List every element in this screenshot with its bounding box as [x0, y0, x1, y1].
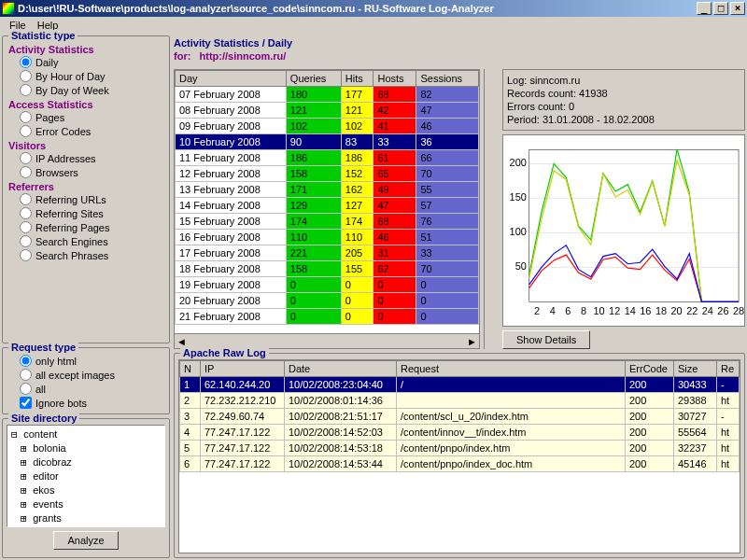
radio-engines[interactable]: Search Engines [7, 234, 165, 248]
tree-item[interactable]: events [9, 497, 162, 511]
radio-daily[interactable]: Daily [7, 55, 165, 69]
minimize-button[interactable]: _ [697, 2, 712, 15]
analyze-button[interactable]: Analyze [53, 531, 118, 550]
radio-hour[interactable]: By Hour of Day [7, 69, 165, 83]
col-header[interactable]: ErrCode [626, 361, 674, 377]
table-row[interactable]: 12 February 20081581526570 [176, 166, 479, 182]
svg-text:16: 16 [640, 305, 651, 316]
app-icon [2, 2, 15, 15]
svg-text:18: 18 [655, 305, 667, 316]
site-url: http://sinncom.ru/ [200, 50, 287, 62]
directory-tree[interactable]: content boloniadicobrazeditorekoseventsg… [7, 425, 165, 527]
radio-browsers[interactable]: Browsers [7, 165, 165, 179]
col-header[interactable]: IP [201, 361, 285, 377]
chart: 50100150200246810121416182022242628 [502, 134, 745, 327]
cat-access: Access Statistics [7, 97, 165, 110]
radio-phrases[interactable]: Search Phrases [7, 248, 165, 262]
tree-item[interactable]: ekos [9, 483, 162, 497]
show-details-button[interactable]: Show Details [502, 330, 590, 349]
radio-refurls[interactable]: Referring URLs [7, 192, 165, 206]
col-header[interactable]: Queries [286, 71, 341, 87]
radio-allexcept[interactable]: all except images [7, 368, 165, 382]
stats-table-wrap: DayQueriesHitsHostsSessions 07 February … [174, 69, 480, 349]
raw-log-group: Apache Raw Log NIPDateRequestErrCodeSize… [174, 353, 745, 558]
col-header[interactable]: Request [397, 361, 626, 377]
table-row[interactable]: 162.140.244.2010/02/2008:23:04:40/200304… [180, 377, 740, 393]
group-title-stat: Statistic type [8, 30, 78, 41]
check-ignorebots[interactable]: Ignore bots [7, 396, 165, 410]
stats-table[interactable]: DayQueriesHitsHostsSessions 07 February … [175, 70, 479, 325]
tree-item[interactable]: editor [9, 469, 162, 483]
table-row[interactable]: 16 February 20081101104651 [176, 230, 479, 245]
group-title-raw: Apache Raw Log [180, 347, 269, 358]
table-row[interactable]: 07 February 20081801776882 [176, 87, 479, 103]
cat-referrers: Referrers [7, 179, 165, 192]
radio-pages[interactable]: Pages [7, 110, 165, 124]
request-type-group: Request type only html all except images… [2, 347, 170, 414]
svg-text:14: 14 [625, 305, 636, 316]
col-header[interactable]: Hits [341, 71, 374, 87]
svg-text:24: 24 [702, 305, 713, 316]
svg-text:22: 22 [686, 305, 698, 316]
table-row[interactable]: 08 February 20081211214247 [176, 103, 479, 119]
svg-text:2: 2 [534, 305, 540, 316]
maximize-button[interactable]: □ [713, 2, 728, 15]
col-header[interactable]: Re [717, 361, 740, 377]
table-row[interactable]: 11 February 20081861866166 [176, 150, 479, 166]
radio-all[interactable]: all [7, 382, 165, 396]
svg-text:10: 10 [593, 305, 604, 316]
svg-text:150: 150 [510, 191, 527, 203]
statistic-type-group: Statistic type Activity Statistics Daily… [2, 35, 170, 343]
tree-item[interactable]: grants [9, 511, 162, 525]
titlebar: D:\user\!RU-Software\products\log-analyz… [0, 0, 747, 17]
table-row[interactable]: 21 February 20080000 [176, 309, 479, 325]
table-row[interactable]: 10 February 200890833336 [176, 134, 479, 150]
table-row[interactable]: 14 February 20081291274757 [176, 198, 479, 214]
col-header[interactable]: Date [285, 361, 397, 377]
rawlog-table[interactable]: NIPDateRequestErrCodeSizeRe 162.140.244.… [179, 360, 740, 472]
radio-refsites[interactable]: Referring Sites [7, 206, 165, 220]
svg-text:200: 200 [510, 157, 527, 168]
table-row[interactable]: 677.247.17.12210/02/2008:14:53:44/conten… [180, 456, 740, 472]
svg-text:8: 8 [581, 305, 586, 316]
table-row[interactable]: 372.249.60.7410/02/2008:21:51:17/content… [180, 409, 740, 425]
radio-onlyhtml[interactable]: only html [7, 354, 165, 368]
info-period: Period: 31.01.2008 - 18.02.2008 [507, 113, 740, 126]
col-header[interactable]: Day [176, 71, 287, 87]
hscroll[interactable]: ◄► [175, 333, 479, 348]
svg-text:100: 100 [510, 226, 527, 237]
table-row[interactable]: 15 February 20081741746876 [176, 214, 479, 230]
info-records: Records count: 41938 [507, 87, 740, 100]
table-row[interactable]: 272.232.212.21010/02/2008:01:14:36200293… [180, 393, 740, 409]
site-directory-group: Site directory content boloniadicobrazed… [2, 418, 170, 558]
table-row[interactable]: 17 February 20082212053133 [176, 245, 479, 261]
table-row[interactable]: 09 February 20081021024146 [176, 119, 479, 134]
radio-refpages[interactable]: Referring Pages [7, 220, 165, 234]
table-row[interactable]: 577.247.17.12210/02/2008:14:53:18/conten… [180, 441, 740, 456]
table-row[interactable]: 20 February 20080000 [176, 293, 479, 309]
col-header[interactable]: Sessions [416, 71, 479, 87]
table-row[interactable]: 477.247.17.12210/02/2008:14:52:03/conten… [180, 425, 740, 441]
col-header[interactable]: Hosts [374, 71, 416, 87]
group-title-req: Request type [8, 342, 78, 353]
close-button[interactable]: × [730, 2, 745, 15]
col-header[interactable]: N [180, 361, 201, 377]
svg-text:50: 50 [515, 260, 527, 272]
tree-root[interactable]: content [9, 427, 162, 441]
radio-errcodes[interactable]: Error Codes [7, 124, 165, 138]
tree-item[interactable]: dicobraz [9, 455, 162, 469]
vscroll-stats[interactable] [484, 69, 499, 349]
table-row[interactable]: 19 February 20080000 [176, 277, 479, 293]
svg-text:20: 20 [671, 305, 683, 316]
window-title: D:\user\!RU-Software\products\log-analyz… [18, 3, 695, 14]
section-title: Activity Statistics / Daily [174, 35, 745, 50]
table-row[interactable]: 18 February 20081581556270 [176, 261, 479, 277]
col-header[interactable]: Size [674, 361, 717, 377]
table-row[interactable]: 13 February 20081711624955 [176, 182, 479, 198]
radio-ip[interactable]: IP Addresses [7, 151, 165, 165]
tree-item[interactable]: bolonia [9, 441, 162, 455]
svg-text:6: 6 [565, 305, 571, 316]
radio-dow[interactable]: By Day of Week [7, 83, 165, 97]
svg-text:28: 28 [733, 305, 744, 316]
menubar: File Help [0, 17, 747, 34]
